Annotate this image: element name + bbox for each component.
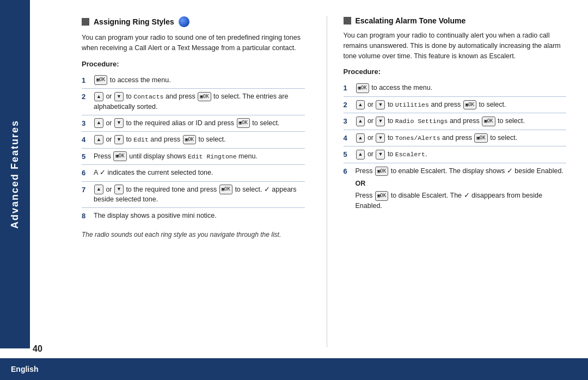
ok-button-icon: ▣OK bbox=[482, 117, 495, 126]
up-button-icon: ▲ bbox=[356, 100, 365, 110]
down-button-icon: ▼ bbox=[376, 117, 385, 126]
left-step-2: 2 ▲ or ▼ to Contacts and press ▣OK to se… bbox=[82, 89, 305, 115]
ok-button-icon: ▣OK bbox=[356, 83, 369, 93]
down-button-icon: ▼ bbox=[114, 185, 124, 194]
left-step-6: 6 A ✓ indicates the current selected ton… bbox=[82, 165, 305, 182]
step-6-text: A ✓ indicates the current selected tone. bbox=[94, 168, 305, 178]
footer-language: English bbox=[0, 358, 87, 380]
ok-button-icon: ▣OK bbox=[219, 185, 232, 194]
up-button-icon: ▲ bbox=[94, 92, 103, 102]
left-step-8: 8 The display shows a positive mini noti… bbox=[82, 208, 305, 224]
ok-button-icon: ▣OK bbox=[463, 100, 476, 110]
right-section-header: Escalating Alarm Tone Volume bbox=[344, 16, 567, 25]
step-8-text: The display shows a positive mini notice… bbox=[94, 211, 305, 221]
step-6-or-sub: Press ▣OK to disable Escalert. The ✓ dis… bbox=[356, 191, 567, 211]
left-step-5: 5 Press ▣OK until display shows Edit Rin… bbox=[82, 149, 305, 166]
down-button-icon: ▼ bbox=[376, 150, 385, 160]
up-button-icon: ▲ bbox=[356, 117, 365, 126]
ok-button-icon: ▣OK bbox=[375, 191, 388, 201]
right-steps-list: 1 ▣OK to access the menu. 2 ▲ or ▼ to Ut… bbox=[344, 80, 567, 214]
ok-button-icon: ▣OK bbox=[113, 151, 126, 161]
right-step-1: 1 ▣OK to access the menu. bbox=[344, 80, 567, 97]
down-button-icon: ▼ bbox=[114, 118, 124, 128]
left-column: Assigning Ring Styles You can program yo… bbox=[74, 16, 305, 347]
up-button-icon: ▲ bbox=[356, 150, 365, 160]
right-intro: You can program your radio to continuall… bbox=[344, 30, 567, 61]
left-step-3: 3 ▲ or ▼ to the required alias or ID and… bbox=[82, 115, 305, 132]
left-section-header: Assigning Ring Styles bbox=[82, 16, 305, 27]
ok-button-icon: ▣OK bbox=[237, 118, 250, 128]
right-step-3: 3 ▲ or ▼ to Radio Settings and press ▣OK… bbox=[344, 113, 567, 130]
main-content: Assigning Ring Styles You can program yo… bbox=[30, 0, 588, 358]
right-step-2: 2 ▲ or ▼ to Utilities and press ▣OK to s… bbox=[344, 97, 567, 114]
down-button-icon: ▼ bbox=[114, 135, 124, 145]
or-label: OR bbox=[356, 179, 567, 189]
down-button-icon: ▼ bbox=[376, 133, 385, 143]
right-step-4: 4 ▲ or ▼ to Tones/Alerts and press ▣OK t… bbox=[344, 130, 567, 147]
down-button-icon: ▼ bbox=[114, 92, 124, 102]
footer: English bbox=[0, 358, 588, 380]
right-section-title: Escalating Alarm Tone Volume bbox=[356, 16, 466, 25]
left-section-title: Assigning Ring Styles bbox=[94, 17, 174, 26]
up-button-icon: ▲ bbox=[94, 185, 103, 194]
down-button-icon: ▼ bbox=[376, 100, 385, 110]
ok-button-icon: ▣OK bbox=[474, 133, 487, 143]
sidebar-label: Advanced Features bbox=[0, 0, 30, 348]
section-icon-right bbox=[344, 17, 351, 24]
ok-button-icon: ▣OK bbox=[183, 135, 196, 145]
ok-button-icon: ▣OK bbox=[198, 92, 211, 102]
left-steps-list: 1 ▣OK to access the menu. 2 ▲ or ▼ to Co… bbox=[82, 72, 305, 224]
left-procedure-label: Procedure: bbox=[82, 60, 305, 68]
left-step-4: 4 ▲ or ▼ to Edit and press ▣OK to select… bbox=[82, 132, 305, 149]
section-icon-left bbox=[82, 18, 89, 26]
left-step-7: 7 ▲ or ▼ to the required tone and press … bbox=[82, 182, 305, 209]
up-button-icon: ▲ bbox=[94, 118, 103, 128]
up-button-icon: ▲ bbox=[94, 135, 103, 145]
ok-button-icon: ▣OK bbox=[94, 75, 107, 85]
italic-note: The radio sounds out each ring style as … bbox=[82, 230, 305, 240]
page-wrapper: Advanced Features 40 Assigning Ring Styl… bbox=[0, 0, 588, 380]
ring-style-icon bbox=[179, 16, 189, 27]
right-procedure-label: Procedure: bbox=[344, 68, 567, 76]
right-step-6: 6 Press ▣OK to enable Escalert. The disp… bbox=[344, 163, 567, 214]
left-step-1: 1 ▣OK to access the menu. bbox=[82, 72, 305, 89]
up-button-icon: ▲ bbox=[356, 133, 365, 143]
page-number: 40 bbox=[33, 344, 42, 354]
sidebar-text: Advanced Features bbox=[9, 120, 21, 229]
left-intro: You can program your radio to sound one … bbox=[82, 33, 305, 53]
ok-button-icon: ▣OK bbox=[375, 167, 388, 176]
right-step-5: 5 ▲ or ▼ to Escalert. bbox=[344, 146, 567, 163]
right-column: Escalating Alarm Tone Volume You can pro… bbox=[327, 16, 567, 347]
